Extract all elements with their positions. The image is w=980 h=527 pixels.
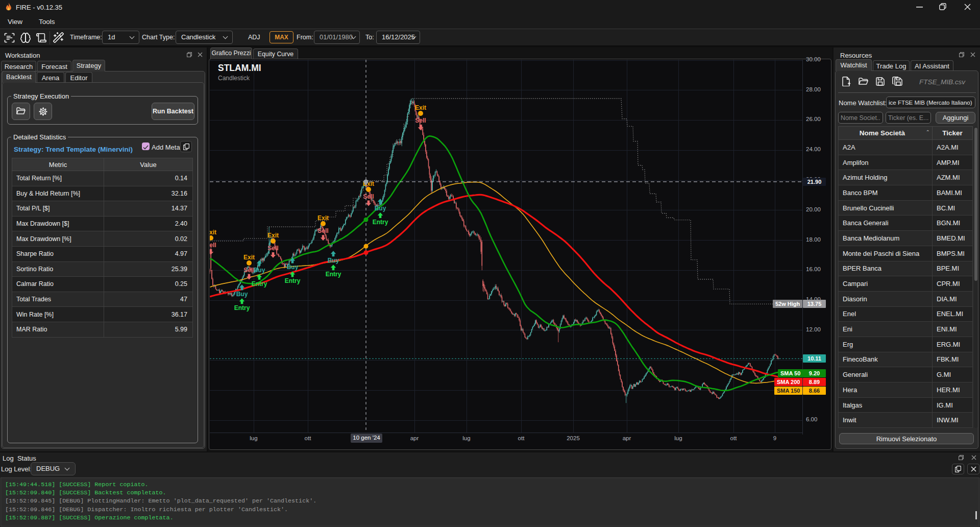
- svg-text:Sell: Sell: [415, 117, 426, 124]
- svg-text:Exit: Exit: [267, 232, 279, 239]
- svg-text:Buy: Buy: [375, 205, 386, 212]
- svg-text:Exit: Exit: [243, 254, 255, 261]
- svg-text:Buy: Buy: [254, 267, 265, 274]
- svg-text:Exit: Exit: [415, 104, 426, 111]
- svg-text:Entry: Entry: [326, 271, 341, 278]
- svg-text:Exit: Exit: [317, 214, 329, 222]
- svg-text:Buy: Buy: [287, 264, 299, 271]
- svg-text:Sell: Sell: [267, 245, 278, 252]
- svg-text:Buy: Buy: [328, 257, 339, 264]
- svg-text:Entry: Entry: [285, 277, 301, 284]
- svg-text:Entry: Entry: [252, 280, 267, 288]
- svg-text:Sell: Sell: [317, 227, 328, 234]
- svg-text:Sell: Sell: [363, 193, 374, 200]
- svg-text:Entry: Entry: [373, 219, 388, 226]
- svg-text:Exit: Exit: [208, 229, 216, 236]
- svg-text:Entry: Entry: [234, 304, 250, 312]
- svg-text:Sell: Sell: [208, 242, 216, 249]
- svg-text:Buy: Buy: [236, 291, 248, 298]
- svg-text:Sell: Sell: [243, 267, 254, 274]
